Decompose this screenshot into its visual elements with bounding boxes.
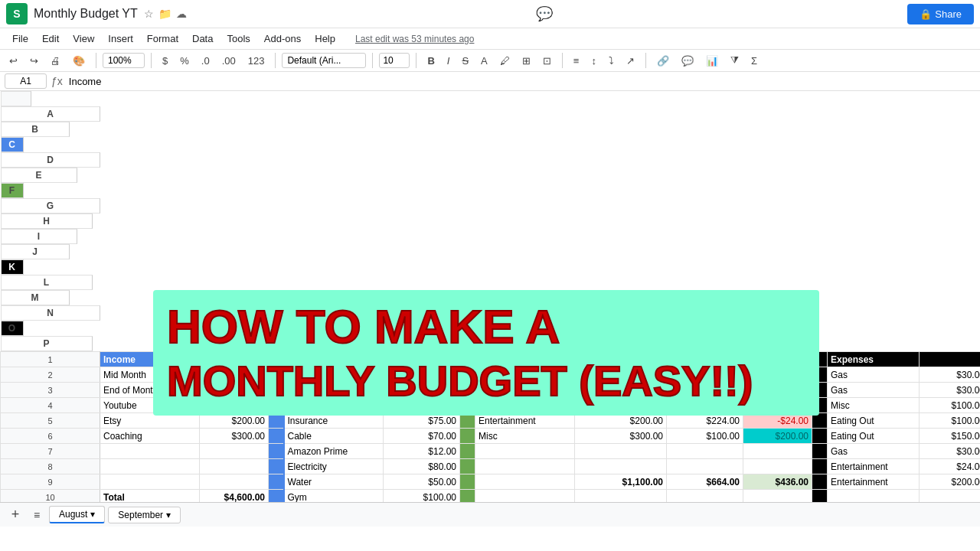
- col-header-d[interactable]: D: [1, 152, 100, 168]
- cell-i6[interactable]: $100.00: [667, 429, 743, 444]
- cell-c7[interactable]: [269, 444, 284, 459]
- cell-f8[interactable]: [460, 459, 475, 474]
- currency-button[interactable]: $: [158, 53, 172, 69]
- menu-insert[interactable]: Insert: [102, 30, 139, 47]
- cell-l4[interactable]: Misc: [828, 398, 920, 413]
- link-button[interactable]: 🔗: [652, 53, 674, 69]
- sheet-list-button[interactable]: ≡: [28, 506, 46, 524]
- col-header-l[interactable]: L: [1, 275, 93, 290]
- borders-button[interactable]: ⊞: [518, 53, 535, 69]
- cell-d7[interactable]: Amazon Prime: [284, 444, 384, 459]
- col-header-i[interactable]: I: [1, 229, 77, 244]
- cell-e6[interactable]: $70.00: [384, 429, 460, 444]
- rotate-button[interactable]: ↗: [622, 53, 639, 69]
- cell-l8[interactable]: Entertainment: [828, 459, 920, 474]
- wrap-button[interactable]: ⤵: [604, 53, 619, 69]
- cell-i8[interactable]: [667, 459, 743, 474]
- menu-edit[interactable]: Edit: [36, 30, 65, 47]
- cell-reference[interactable]: [5, 73, 47, 89]
- zoom-input[interactable]: [103, 53, 145, 68]
- cell-m5[interactable]: $100.00: [920, 413, 981, 429]
- merge-button[interactable]: ⊡: [538, 53, 556, 69]
- cell-b7[interactable]: [200, 444, 269, 459]
- comment-button[interactable]: 💬: [677, 53, 698, 69]
- cell-g7[interactable]: [475, 444, 575, 459]
- bold-button[interactable]: B: [423, 53, 439, 69]
- cell-h6[interactable]: $300.00: [575, 429, 667, 444]
- cell-i9[interactable]: $664.00: [667, 474, 743, 490]
- cell-g8[interactable]: [475, 459, 575, 474]
- col-header-j[interactable]: J: [1, 244, 70, 259]
- cell-m8[interactable]: $24.00: [920, 459, 981, 474]
- strikethrough-button[interactable]: S: [457, 53, 473, 69]
- cell-m6[interactable]: $150.00: [920, 429, 981, 444]
- menu-format[interactable]: Format: [141, 30, 185, 47]
- cell-j6[interactable]: $200.00: [743, 429, 812, 444]
- cell-e9[interactable]: $50.00: [384, 474, 460, 490]
- cell-i7[interactable]: [667, 444, 743, 459]
- col-header-o[interactable]: O: [1, 321, 24, 336]
- chart-button[interactable]: 📊: [701, 53, 723, 69]
- cell-j7[interactable]: [743, 444, 812, 459]
- italic-button[interactable]: I: [443, 53, 455, 69]
- add-sheet-button[interactable]: +: [6, 506, 24, 524]
- cell-k10[interactable]: [812, 490, 828, 503]
- cell-m2[interactable]: $30.00: [920, 367, 981, 383]
- cell-k6[interactable]: [812, 429, 828, 444]
- number-format-button[interactable]: 123: [243, 53, 270, 69]
- col-header-b[interactable]: B: [1, 122, 70, 137]
- menu-addons[interactable]: Add-ons: [258, 30, 307, 47]
- cell-a6[interactable]: Coaching: [100, 429, 200, 444]
- percent-button[interactable]: %: [175, 53, 194, 69]
- cell-h7[interactable]: [575, 444, 667, 459]
- comment-icon[interactable]: 💬: [536, 5, 553, 22]
- menu-tools[interactable]: Tools: [220, 30, 256, 47]
- folder-icon[interactable]: 📁: [158, 8, 172, 20]
- highlight-button[interactable]: 🖊: [495, 53, 514, 69]
- function-button[interactable]: Σ: [746, 53, 762, 69]
- cell-g9[interactable]: [475, 474, 575, 490]
- font-size-input[interactable]: [379, 53, 410, 68]
- paint-format-button[interactable]: 🎨: [68, 53, 90, 69]
- cell-h10[interactable]: [575, 490, 667, 503]
- cell-m9[interactable]: $200.00: [920, 474, 981, 490]
- col-header-f[interactable]: F: [1, 183, 24, 198]
- cell-a7[interactable]: [100, 444, 200, 459]
- tab-august[interactable]: August ▾: [49, 506, 105, 523]
- cell-h8[interactable]: [575, 459, 667, 474]
- col-header-n[interactable]: N: [1, 305, 100, 321]
- cell-d8[interactable]: Electricity: [284, 459, 384, 474]
- menu-data[interactable]: Data: [186, 30, 219, 47]
- col-header-c[interactable]: C: [1, 137, 24, 152]
- cell-f10[interactable]: [460, 490, 475, 503]
- cell-m7[interactable]: $30.00: [920, 444, 981, 459]
- cell-l5[interactable]: Eating Out: [828, 413, 920, 429]
- font-name-input[interactable]: [282, 53, 366, 68]
- cell-l7[interactable]: Gas: [828, 444, 920, 459]
- decimal1-button[interactable]: .0: [197, 53, 214, 69]
- cell-f9[interactable]: [460, 474, 475, 490]
- cell-i10[interactable]: [667, 490, 743, 503]
- star-icon[interactable]: ☆: [144, 8, 154, 20]
- cell-l1[interactable]: Expenses: [828, 352, 920, 367]
- cell-l6[interactable]: Eating Out: [828, 429, 920, 444]
- cell-m4[interactable]: $100.00: [920, 398, 981, 413]
- cell-j8[interactable]: [743, 459, 812, 474]
- cell-d9[interactable]: Water: [284, 474, 384, 490]
- cell-a9[interactable]: [100, 474, 200, 490]
- menu-file[interactable]: File: [6, 30, 34, 47]
- cloud-icon[interactable]: ☁: [176, 8, 187, 20]
- cell-d6[interactable]: Cable: [284, 429, 384, 444]
- cell-l10[interactable]: [828, 490, 920, 503]
- cell-e10[interactable]: $100.00: [384, 490, 460, 503]
- col-header-a[interactable]: A: [1, 106, 100, 122]
- cell-e7[interactable]: $12.00: [384, 444, 460, 459]
- cell-c9[interactable]: [269, 474, 284, 490]
- cell-f6[interactable]: [460, 429, 475, 444]
- menu-view[interactable]: View: [67, 30, 100, 47]
- cell-f7[interactable]: [460, 444, 475, 459]
- cell-j10[interactable]: [743, 490, 812, 503]
- filter-button[interactable]: ⧩: [726, 52, 743, 69]
- cell-k7[interactable]: [812, 444, 828, 459]
- text-color-button[interactable]: A: [476, 53, 492, 69]
